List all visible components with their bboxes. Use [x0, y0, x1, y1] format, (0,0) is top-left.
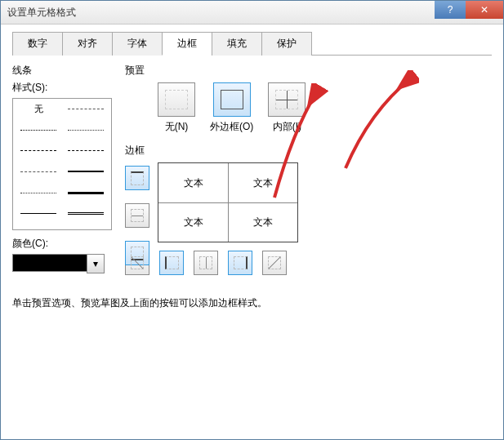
line-style-item[interactable]: [64, 123, 108, 137]
preview-cell: 文本: [158, 163, 228, 202]
window-buttons: ? ✕: [435, 1, 503, 19]
border-icon: [131, 256, 144, 269]
color-label: 颜色(C):: [12, 237, 112, 251]
line-section-label: 线条: [12, 64, 112, 78]
color-swatch[interactable]: [12, 254, 87, 272]
border-preview[interactable]: 文本 文本 文本 文本: [158, 162, 298, 242]
border-icon: [199, 256, 212, 269]
preset-button[interactable]: [268, 82, 306, 117]
border-button-sq-left[interactable]: [159, 251, 184, 275]
titlebar: 设置单元格格式 ? ✕: [1, 1, 503, 24]
border-button-sq-diag2[interactable]: [262, 251, 287, 275]
side-border-buttons: [125, 166, 149, 265]
hint-text: 单击预置选项、预览草图及上面的按钮可以添加边框样式。: [12, 296, 492, 310]
content-area: 数字对齐字体边框填充保护 线条 样式(S): 无: [1, 24, 503, 317]
border-button-sq-right[interactable]: [228, 251, 252, 275]
border-button-sq-top[interactable]: [125, 166, 149, 190]
tab-strip: 数字对齐字体边框填充保护: [12, 31, 492, 56]
line-style-item[interactable]: [16, 186, 60, 200]
border-editor: 文本 文本 文本 文本: [125, 162, 492, 275]
preset-border-column: 预置 无(N)外边框(O)内部(I) 边框 文本 文本 文本 文本: [125, 64, 492, 275]
line-style-item[interactable]: [16, 123, 60, 137]
border-icon: [131, 171, 144, 185]
tab-4[interactable]: 填充: [212, 32, 262, 56]
border-label: 边框: [125, 144, 492, 158]
line-style-item[interactable]: [64, 207, 108, 220]
preset-1: 外边框(O): [210, 82, 253, 134]
tab-1[interactable]: 对齐: [62, 32, 113, 56]
line-style-item[interactable]: [16, 207, 60, 220]
border-icon: [268, 256, 281, 269]
line-style-item[interactable]: [64, 144, 108, 158]
preset-label: 无(N): [165, 120, 189, 134]
preset-row: 无(N)外边框(O)内部(I): [158, 82, 492, 134]
tab-3[interactable]: 边框: [162, 32, 212, 56]
line-column: 线条 样式(S): 无 颜色(C):: [12, 64, 112, 275]
color-picker[interactable]: ▾: [12, 254, 112, 273]
preview-cell: 文本: [158, 202, 228, 242]
line-style-item[interactable]: [16, 165, 60, 179]
preset-2: 内部(I): [268, 82, 306, 134]
preset-button[interactable]: [213, 82, 251, 117]
line-style-item[interactable]: [64, 165, 108, 179]
border-icon: [131, 209, 144, 222]
close-button[interactable]: ✕: [466, 1, 503, 19]
color-dropdown-button[interactable]: ▾: [87, 254, 105, 273]
tab-0[interactable]: 数字: [12, 32, 63, 56]
window-title: 设置单元格格式: [7, 6, 76, 20]
border-button-sq-vmid[interactable]: [194, 251, 218, 275]
bottom-border-buttons: [125, 251, 492, 275]
border-icon: [234, 256, 248, 269]
preset-label: 内部(I): [273, 120, 301, 134]
help-button[interactable]: ?: [435, 1, 466, 19]
line-style-item[interactable]: [64, 102, 108, 116]
tab-5[interactable]: 保护: [261, 32, 312, 56]
preview-cell: 文本: [228, 163, 297, 202]
line-style-item[interactable]: [16, 144, 60, 158]
preview-cell: 文本: [228, 202, 297, 242]
preset-button[interactable]: [158, 82, 195, 117]
line-style-item[interactable]: [64, 186, 108, 200]
border-icon: [165, 256, 179, 269]
preset-label: 外边框(O): [210, 120, 253, 134]
line-style-list[interactable]: 无: [12, 98, 112, 230]
border-button-sq-mid[interactable]: [125, 203, 149, 228]
style-label: 样式(S):: [12, 81, 112, 95]
border-panel: 线条 样式(S): 无 颜色(C):: [12, 64, 492, 275]
dialog-window: 设置单元格格式 ? ✕ 数字对齐字体边框填充保护 线条 样式(S): 无: [0, 0, 504, 440]
preset-label: 预置: [125, 64, 492, 78]
chevron-down-icon: ▾: [93, 258, 98, 269]
preset-0: 无(N): [158, 82, 195, 134]
tab-2[interactable]: 字体: [112, 32, 163, 56]
line-style-none[interactable]: 无: [16, 102, 60, 116]
